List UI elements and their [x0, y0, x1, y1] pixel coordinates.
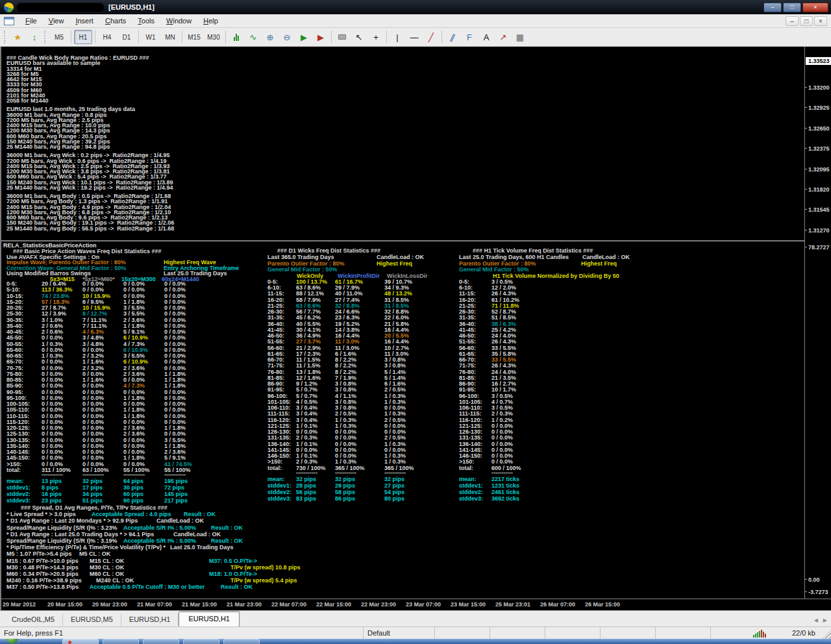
maximize-button[interactable]: □ [783, 3, 801, 12]
stat-text: 15x20=M300 [121, 276, 156, 282]
comment-line: 25 M1440 bars, Avg Body : 56.5 pips -> R… [6, 226, 174, 231]
summary-divider: ----------------------------------------… [6, 473, 227, 478]
tab-eurusd-h1[interactable]: EURUSD,H1 [121, 613, 179, 626]
toolbar-separator [225, 31, 226, 43]
taskbar-app-button[interactable] [62, 639, 99, 644]
chart-area[interactable]: ### Candle Wick Body Range Ratios : EURU… [0, 47, 831, 610]
chart-tabbar: CrudeOIL,M5EURUSD,M5EURUSD,H1EURUSD,H1◀▶ [0, 610, 831, 626]
menu-file[interactable]: File [19, 16, 43, 26]
stat-line: * Pip/Time Efficiency (P/Te) & Time/Pric… [6, 544, 279, 551]
chart-sub-panel[interactable]: RELA_StatisticsBasicPriceAction ### Basi… [1, 242, 804, 599]
comment-line: 2058 for M1440 [6, 98, 174, 103]
timeframe-w1[interactable]: W1 [142, 30, 160, 44]
freq-row: 90-95:0 / 0.0%0 / 0.0%0 / 0.0%0 / 0.0% [6, 390, 227, 395]
crosshair-button[interactable]: + [368, 30, 384, 44]
timeframe-m5[interactable]: M5 [50, 30, 68, 44]
auto-scroll-button[interactable]: ▶ [296, 30, 312, 44]
freq-row: 85-90:0 / 0.0%0 / 0.0%4 / 7.3%1 / 1.8% [6, 383, 227, 389]
tab-eurusd-h1[interactable]: EURUSD,H1 [179, 612, 240, 626]
child-minimize-button[interactable]: – [786, 16, 799, 26]
taskbar-app-button[interactable] [223, 639, 260, 644]
stat-line: Spread/Range Liquidity (S/R I)% : 3.23%A… [6, 525, 279, 531]
tab-scroll-right-icon[interactable]: ▶ [823, 617, 827, 623]
zoom-in-button[interactable]: ⊕ [262, 30, 278, 44]
profiles-button[interactable]: ↕ [27, 30, 42, 44]
stat-text: Spread/Range Liquidity (S/R I)% : 3.23% [6, 525, 118, 531]
menu-charts[interactable]: Charts [99, 16, 132, 26]
cursor-icon: ↖ [356, 33, 363, 42]
bar-chart-button[interactable] [229, 30, 244, 44]
close-button[interactable]: × [802, 3, 828, 12]
freq-row: 86-90:16 / 2.7% [459, 381, 654, 387]
child-restore-button[interactable]: □ [800, 16, 813, 26]
timeframe-m30[interactable]: M30 [205, 30, 223, 44]
freq-row: 105-110:0 / 0.0%0 / 0.0%1 / 1.8%0 / 0.0% [6, 407, 227, 413]
windows-taskbar[interactable] [0, 639, 831, 644]
summary-row: stddev2:56 pips58 pips54 pips [267, 489, 462, 495]
time-label: 23 Mar 15:00 [451, 601, 486, 608]
tab-eurusd-m5[interactable]: EURUSD,M5 [63, 613, 121, 626]
zoom-out-button[interactable]: ⊖ [279, 30, 295, 44]
summary-row: stddev3:23 pips51 pips90 pips217 pips [6, 497, 227, 504]
stat-text: Acceptable 0.5 P/Te Cutoff : M30 or bett… [90, 584, 205, 590]
menu-help[interactable]: Help [197, 16, 224, 26]
timeframe-d1[interactable]: D1 [118, 30, 136, 44]
tab-scroll-left-icon[interactable]: ◀ [814, 617, 818, 623]
freq-row: 31-35:51 / 8.5% [459, 315, 654, 321]
arrows-button[interactable]: ↗ [495, 30, 511, 44]
stat-text: 60x24=M1440 [162, 276, 199, 282]
price-scale[interactable]: 1.335231.332001.329251.326501.323751.320… [804, 47, 831, 599]
timeframe-m15[interactable]: M15 [185, 30, 203, 44]
child-close-button[interactable]: × [814, 16, 827, 26]
stat-line: M5 : 1.07 P/Te->5.4 pipsM5 CL : OK [6, 551, 279, 557]
minimize-button[interactable]: – [763, 3, 782, 12]
menubar: FileViewInsertChartsToolsWindowHelp – □ … [0, 14, 831, 28]
toolbar-grip[interactable] [4, 31, 6, 43]
stat-line: * Live Spread * > 3.0 pipsAcceptable Spr… [6, 511, 279, 517]
menu-view[interactable]: View [43, 16, 70, 26]
current-price-box: 1.33523 [806, 57, 831, 65]
freq-row: 95-100:0 / 0.0%0 / 0.0%1 / 1.8%0 / 0.0% [6, 395, 227, 401]
tab-crudeoil-m5[interactable]: CrudeOIL,M5 [4, 613, 63, 626]
freq-row: 135-140:0 / 0.0%0 / 0.0%0 / 0.0%1 / 1.8% [6, 443, 227, 449]
taskbar-app-button[interactable] [183, 639, 219, 644]
status-cell [601, 627, 656, 639]
status-cell [490, 627, 545, 639]
resize-grip[interactable] [822, 630, 831, 639]
freq-row: 81-85:21 / 3.5% [459, 375, 654, 381]
time-axis[interactable]: 20 Mar 201220 Mar 15:0020 Mar 23:0021 Ma… [1, 599, 831, 610]
freq-row: 115-120:0 / 0.0%0 / 0.0%0 / 0.0%0 / 0.0% [6, 419, 227, 425]
stat-text: T/Pv (w spread) 10.8 pips [230, 564, 301, 571]
chart-main-panel[interactable]: ### Candle Wick Body Range Ratios : EURU… [1, 47, 804, 240]
toolbar-grip[interactable] [44, 31, 47, 43]
channel-button[interactable]: ∥ [445, 30, 460, 44]
taskbar-app-button[interactable] [143, 639, 179, 644]
horizontal-line-button[interactable]: — [406, 30, 422, 44]
menu-insert[interactable]: Insert [69, 16, 99, 26]
time-label: 26 Mar 15:00 [585, 601, 620, 608]
text-button[interactable]: A [478, 30, 494, 44]
new-chart-button[interactable]: ★ [10, 30, 25, 44]
auto-scroll-icon: ▶ [301, 33, 307, 42]
timeframe-h4[interactable]: H4 [98, 30, 116, 44]
fibonacci-button[interactable]: F [462, 30, 477, 44]
freq-range-label: total: [267, 465, 296, 471]
status-cell [435, 627, 490, 639]
indicators-button[interactable] [334, 30, 350, 44]
taskbar-app-button[interactable] [103, 639, 139, 644]
line-chart-button[interactable]: ∿ [245, 30, 261, 44]
menu-tools[interactable]: Tools [132, 16, 160, 26]
vertical-line-button[interactable]: | [390, 30, 405, 44]
stat-line: M60 : 0.34 P/Te->20.5 pipsM60 CL : OKM18… [6, 571, 279, 577]
timeframe-h1[interactable]: H1 [74, 30, 92, 44]
period-separators-button[interactable]: ▦ [512, 30, 528, 44]
status-cell [656, 627, 711, 639]
cursor-button[interactable]: ↖ [351, 30, 367, 44]
stat-text: T/Pv (w spread) 5.4 pips [230, 577, 297, 584]
stat-line: General Mid Factor : 50% [459, 266, 654, 273]
start-button[interactable] [6, 639, 18, 644]
timeframe-mn[interactable]: MN [161, 30, 179, 44]
chart-shift-button[interactable]: ▶ [313, 30, 329, 44]
menu-window[interactable]: Window [160, 16, 197, 26]
trendline-button[interactable]: ╱ [423, 30, 439, 44]
